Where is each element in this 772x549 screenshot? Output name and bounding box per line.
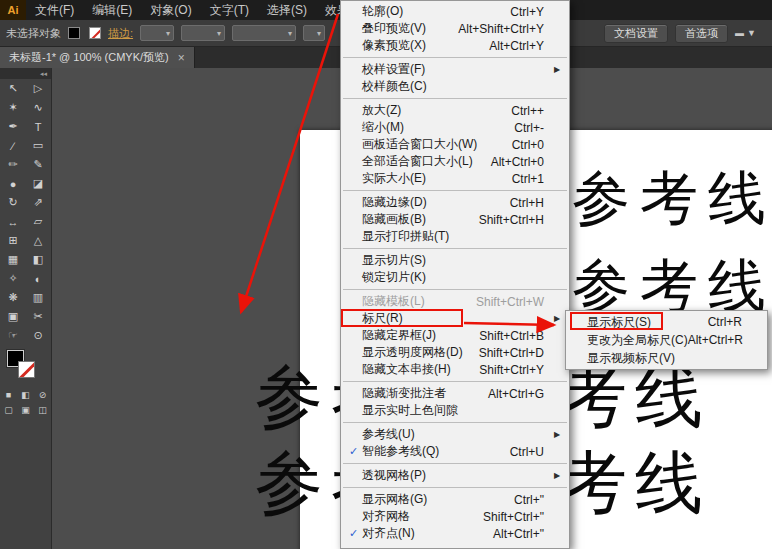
selection-tool[interactable]: ↖ — [1, 79, 26, 98]
slice-tool[interactable]: ✂ — [26, 307, 51, 326]
menu-item-show-transparency-grid[interactable]: 显示透明度网格(D)Shift+Ctrl+D — [341, 344, 569, 361]
menu-item-fit-artboard[interactable]: 画板适合窗口大小(W)Ctrl+0 — [341, 136, 569, 153]
screen-mode-button[interactable]: ◫ — [35, 403, 50, 416]
hand-tool[interactable]: ☞ — [1, 326, 26, 345]
menu-item-guides[interactable]: 参考线(U)▶ — [341, 426, 569, 443]
menu-item-snap-to-grid[interactable]: 对齐网格Shift+Ctrl+" — [341, 508, 569, 525]
eraser-tool[interactable]: ◪ — [26, 174, 51, 193]
stroke-color-swatch[interactable] — [18, 361, 35, 378]
pen-tool[interactable]: ✒ — [1, 117, 26, 136]
menu-item-perspective-grid[interactable]: 透视网格(P)▶ — [341, 467, 569, 484]
brush-definition-dropdown[interactable]: ▾ — [232, 25, 296, 41]
eyedropper-tool[interactable]: ✧ — [1, 269, 26, 288]
document-setup-button[interactable]: 文档设置 — [604, 24, 668, 43]
menu-item-label: 隐藏模板(L) — [362, 293, 425, 310]
menu-item-smart-guides[interactable]: ✓智能参考线(Q)Ctrl+U — [341, 443, 569, 460]
symbol-sprayer-tool[interactable]: ❋ — [1, 288, 26, 307]
menu-separator — [343, 57, 567, 58]
shape-builder-tool[interactable]: ⊞ — [1, 231, 26, 250]
menubar-item[interactable]: 编辑(E) — [83, 0, 141, 20]
gradient-tool[interactable]: ◧ — [26, 250, 51, 269]
width-tool[interactable]: ↔ — [1, 212, 26, 231]
opacity-dropdown[interactable]: ▾ — [303, 25, 325, 41]
menu-item-label: 更改为全局标尺(C) — [587, 332, 688, 349]
tools-footer: ■◧⊘▢▣◫ — [0, 388, 51, 416]
menu-item-zoom-in[interactable]: 放大(Z)Ctrl++ — [341, 102, 569, 119]
menu-item-show-video-rulers[interactable]: 显示视频标尺(V) — [566, 349, 767, 367]
magic-wand-tool[interactable]: ✶ — [1, 98, 26, 117]
menubar-item[interactable]: 对象(O) — [141, 0, 200, 20]
pencil-tool[interactable]: ✎ — [26, 155, 51, 174]
blob-brush-tool[interactable]: ● — [1, 174, 26, 193]
menu-item-fit-all[interactable]: 全部适合窗口大小(L)Alt+Ctrl+0 — [341, 153, 569, 170]
menu-item-hide-artboards[interactable]: 隐藏画板(B)Shift+Ctrl+H — [341, 211, 569, 228]
artboard-tool[interactable]: ▣ — [1, 307, 26, 326]
menu-item-shortcut: Ctrl+R — [708, 315, 752, 329]
menu-item-outline[interactable]: 轮廓(O)Ctrl+Y — [341, 3, 569, 20]
perspective-grid-tool[interactable]: △ — [26, 231, 51, 250]
type-tool[interactable]: T — [26, 117, 51, 136]
menu-item-shortcut: Ctrl+H — [510, 196, 554, 210]
menu-item-label: 隐藏文本串接(H) — [362, 361, 451, 378]
rotate-tool[interactable]: ↻ — [1, 193, 26, 212]
menu-item-snap-to-point[interactable]: ✓对齐点(N)Alt+Ctrl+" — [341, 525, 569, 542]
free-transform-tool[interactable]: ▱ — [26, 212, 51, 231]
menu-item-show-grid[interactable]: 显示网格(G)Ctrl+" — [341, 491, 569, 508]
menu-item-zoom-out[interactable]: 缩小(M)Ctrl+- — [341, 119, 569, 136]
menu-item-shortcut: Ctrl++ — [511, 104, 554, 118]
stroke-weight-dropdown[interactable]: ▾ — [140, 25, 174, 41]
none-button[interactable]: ⊘ — [35, 388, 50, 401]
graph-tool[interactable]: ▥ — [26, 288, 51, 307]
menu-item-label: 对齐点(N) — [362, 525, 415, 542]
menubar-item[interactable]: 文字(T) — [201, 0, 258, 20]
menu-item-hide-gradient-annotator[interactable]: 隐藏渐变批注者Alt+Ctrl+G — [341, 385, 569, 402]
line-segment-tool[interactable]: ∕ — [1, 136, 26, 155]
menu-separator — [343, 381, 567, 382]
document-tab[interactable]: 未标题-1* @ 100% (CMYK/预览) × — [0, 47, 195, 68]
menu-item-show-slices[interactable]: 显示切片(S) — [341, 252, 569, 269]
menu-item-rulers[interactable]: 标尺(R)▶ — [341, 310, 569, 327]
variable-width-dropdown[interactable]: ▾ — [181, 25, 225, 41]
menubar-item[interactable]: 文件(F) — [26, 0, 83, 20]
mesh-tool[interactable]: ▦ — [1, 250, 26, 269]
menu-item-overprint-preview[interactable]: 叠印预览(V)Alt+Shift+Ctrl+Y — [341, 20, 569, 37]
rectangle-tool[interactable]: ▭ — [26, 136, 51, 155]
gradient-button[interactable]: ◧ — [18, 388, 33, 401]
menu-item-show-live-paint-gaps[interactable]: 显示实时上色间隙 — [341, 402, 569, 419]
color-button[interactable]: ■ — [1, 388, 16, 401]
blend-tool[interactable]: ◐ — [26, 269, 51, 288]
menu-item-show-rulers[interactable]: 显示标尺(S)Ctrl+R — [566, 313, 767, 331]
close-icon[interactable]: × — [178, 51, 185, 65]
lasso-tool[interactable]: ∿ — [26, 98, 51, 117]
paintbrush-tool[interactable]: ✏ — [1, 155, 26, 174]
menu-item-actual-size[interactable]: 实际大小(E)Ctrl+1 — [341, 170, 569, 187]
workspace-switcher[interactable]: ▬ ▼ — [735, 28, 756, 38]
zoom-tool[interactable]: ⊙ — [26, 326, 51, 345]
collapse-panel-icon[interactable]: ◂◂ — [0, 68, 51, 79]
menu-item-label: 标尺(R) — [362, 310, 403, 327]
menu-separator — [343, 98, 567, 99]
fill-swatch[interactable] — [68, 27, 80, 39]
stroke-swatch[interactable] — [89, 27, 101, 39]
menu-item-hide-text-threads[interactable]: 隐藏文本串接(H)Shift+Ctrl+Y — [341, 361, 569, 378]
chevron-down-icon: ▼ — [747, 28, 756, 38]
menu-item-lock-slices[interactable]: 锁定切片(K) — [341, 269, 569, 286]
menu-item-shortcut: Ctrl+1 — [512, 172, 554, 186]
menu-item-change-to-global-rulers[interactable]: 更改为全局标尺(C)Alt+Ctrl+R — [566, 331, 767, 349]
preferences-button[interactable]: 首选项 — [675, 24, 728, 43]
draw-behind-button[interactable]: ▣ — [18, 403, 33, 416]
menu-item-label: 显示标尺(S) — [587, 314, 651, 331]
menu-item-pixel-preview[interactable]: 像素预览(X)Alt+Ctrl+Y — [341, 37, 569, 54]
draw-normal-button[interactable]: ▢ — [1, 403, 16, 416]
direct-selection-tool[interactable]: ▷ — [26, 79, 51, 98]
menu-item-hide-bounding-box[interactable]: 隐藏定界框(J)Shift+Ctrl+B — [341, 327, 569, 344]
menu-item-proof-colors[interactable]: 校样颜色(C) — [341, 78, 569, 95]
menu-item-hide-edges[interactable]: 隐藏边缘(D)Ctrl+H — [341, 194, 569, 211]
menu-item-show-print-tiling[interactable]: 显示打印拼贴(T) — [341, 228, 569, 245]
fill-stroke-control — [0, 348, 51, 384]
scale-tool[interactable]: ⇗ — [26, 193, 51, 212]
menu-item-hide-template[interactable]: 隐藏模板(L)Shift+Ctrl+W — [341, 293, 569, 310]
menu-item-proof-setup[interactable]: 校样设置(F)▶ — [341, 61, 569, 78]
menubar-item[interactable]: 选择(S) — [258, 0, 316, 20]
stroke-link[interactable]: 描边: — [108, 26, 133, 41]
